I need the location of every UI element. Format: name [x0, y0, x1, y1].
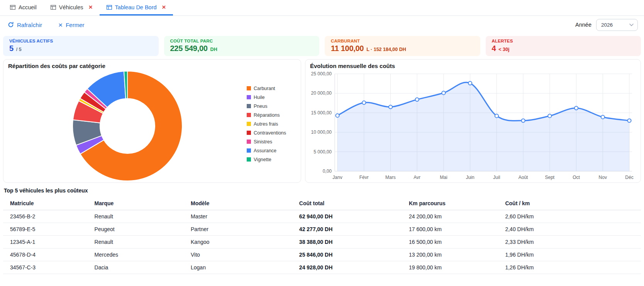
charts-row: Répartition des coûts par catégorie Carb… [3, 59, 641, 183]
stat-card-carburant: CARBURANT 11 100,00L · 152 184,00 DH [325, 36, 480, 56]
legend-swatch [247, 95, 251, 99]
legend-item-pneus[interactable]: Pneus [247, 104, 295, 109]
donut-chart-title: Répartition des coûts par catégorie [8, 63, 296, 69]
legend-label: Pneus [254, 104, 267, 109]
legend-swatch [247, 122, 251, 126]
svg-text:Oct: Oct [573, 175, 580, 180]
line-point-nov [601, 115, 605, 119]
svg-text:15 000,00: 15 000,00 [311, 110, 332, 116]
legend-item-vignette[interactable]: Vignette [247, 157, 295, 162]
table-cell: Renault [94, 236, 190, 249]
legend-item-réparations[interactable]: Réparations [247, 112, 295, 118]
column-header-marque: Marque [94, 197, 190, 210]
svg-text:Août: Août [519, 175, 528, 180]
refresh-label: Rafraîchir [17, 22, 42, 28]
table-cell: 2,33 DH/km [504, 236, 641, 249]
tab-label: Accueil [19, 4, 37, 10]
line-chart-card: Évolution mensuelle des coûts 0,005 000,… [305, 59, 641, 183]
svg-text:10 000,00: 10 000,00 [311, 129, 332, 135]
close-view-button[interactable]: × Fermer [58, 21, 84, 29]
legend-swatch [247, 140, 251, 144]
svg-text:Sept: Sept [545, 175, 554, 180]
table-cell: 34567-C-3 [3, 261, 94, 274]
legend-label: Contraventions [254, 130, 286, 136]
line-point-avr [415, 98, 419, 101]
table-cell: Renault [94, 210, 190, 223]
toolbar: Rafraîchir × Fermer Année 2026 [0, 16, 644, 34]
table-cell: 2,60 DH/km [504, 210, 641, 223]
line-point-juin [468, 82, 472, 85]
stat-suffix: L · 152 184,00 DH [366, 47, 406, 52]
top-vehicles-section: Top 5 véhicules les plus coûteux Matricu… [3, 187, 641, 274]
table-cell: 1,26 DH/km [504, 261, 641, 274]
tab-accueil[interactable]: Accueil [3, 0, 44, 15]
legend-label: Réparations [254, 112, 280, 118]
svg-text:Déc: Déc [625, 175, 633, 180]
table-row: 34567-C-3DaciaLogan24 928,00 DH19 800,00… [3, 261, 641, 274]
table-cell: 25 846,00 DH [298, 249, 408, 261]
table-header-row: MatriculeMarqueModèleCoût totalKm parcou… [3, 197, 641, 210]
legend-label: Assurance [254, 148, 276, 153]
table-icon [51, 5, 56, 10]
legend-item-huile[interactable]: Huile [247, 95, 295, 100]
stat-suffix: DH [210, 47, 217, 52]
chevron-down-icon [629, 24, 634, 26]
legend-item-contraventions[interactable]: Contraventions [247, 130, 295, 136]
line-point-sept [548, 114, 551, 117]
legend-item-autres-frais[interactable]: Autres frais [247, 121, 295, 127]
table-icon [10, 5, 15, 10]
line-point-mars [389, 105, 392, 109]
stat-label: CARBURANT [331, 39, 474, 43]
table-cell: Mercedes [94, 249, 190, 261]
stat-card-cout-total-parc: COÛT TOTAL PARC 225 549,00DH [164, 36, 320, 56]
svg-text:5 000,00: 5 000,00 [314, 149, 332, 155]
table-cell: 13 200,00 km [408, 249, 504, 261]
year-select[interactable]: 2026 [596, 19, 638, 31]
top-vehicles-table: MatriculeMarqueModèleCoût totalKm parcou… [3, 197, 641, 274]
table-cell: Logan [190, 261, 298, 274]
stat-suffix: < 30j [498, 47, 509, 52]
stat-value: 11 100,00 [331, 44, 364, 53]
line-point-janv [336, 114, 339, 117]
legend-item-assurance[interactable]: Assurance [247, 148, 295, 153]
svg-text:Juin: Juin [466, 175, 475, 180]
table-cell: 24 928,00 DH [298, 261, 408, 274]
table-cell: Dacia [94, 261, 190, 274]
table-row: 12345-A-1RenaultKangoo38 388,00 DH16 500… [3, 236, 641, 249]
legend-swatch [247, 113, 251, 117]
legend-item-carburant[interactable]: Carburant [247, 86, 295, 91]
tab-tableau-de-bord[interactable]: Tableau De Bord × [100, 0, 173, 15]
line-point-mai [442, 91, 445, 95]
tab-label: Tableau De Bord [115, 4, 157, 10]
line-point-juil [495, 114, 498, 117]
table-title: Top 5 véhicules les plus coûteux [3, 187, 641, 197]
tab-vehicules[interactable]: Véhicules × [44, 0, 100, 15]
table-cell: Master [190, 210, 298, 223]
tab-close-icon[interactable]: × [89, 4, 93, 10]
table-cell: 16 500,00 km [408, 236, 504, 249]
tab-close-icon[interactable]: × [162, 4, 166, 10]
svg-text:Nov: Nov [599, 175, 607, 180]
year-value: 2026 [601, 22, 613, 28]
refresh-icon [8, 22, 14, 28]
stat-card-alertes: ALERTES 4< 30j [486, 36, 641, 56]
legend-label: Vignette [254, 157, 271, 162]
table-cell: Partner [190, 223, 298, 236]
table-icon [107, 5, 112, 10]
refresh-button[interactable]: Rafraîchir [8, 22, 42, 28]
table-row: 23456-B-2RenaultMaster62 940,00 DH24 200… [3, 210, 641, 223]
legend-label: Autres frais [254, 121, 278, 127]
table-cell: 45678-D-4 [3, 249, 94, 261]
line-point-oct [575, 106, 578, 110]
table-cell: 12345-A-1 [3, 236, 94, 249]
table-row: 45678-D-4MercedesVito25 846,00 DH13 200,… [3, 249, 641, 261]
table-cell: Kangoo [190, 236, 298, 249]
svg-text:Janv: Janv [332, 175, 342, 180]
donut-chart-card: Répartition des coûts par catégorie Carb… [3, 59, 301, 183]
legend-item-sinistres[interactable]: Sinistres [247, 139, 295, 145]
column-header-modèle: Modèle [190, 197, 298, 210]
svg-text:0,00: 0,00 [323, 169, 332, 174]
table-cell: 1,96 DH/km [504, 249, 641, 261]
svg-text:Févr: Févr [359, 175, 369, 180]
table-cell: 2,40 DH/km [504, 223, 641, 236]
